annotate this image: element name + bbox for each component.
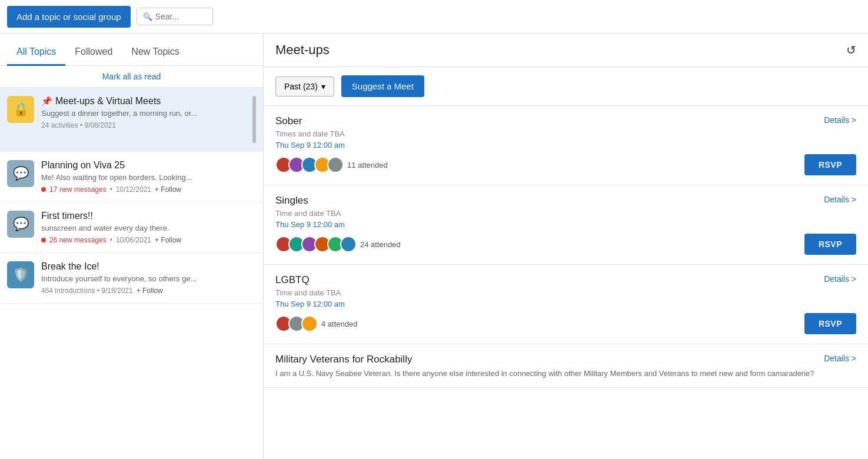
- meetup-name: Singles: [275, 195, 308, 207]
- meetup-name: Military Veterans for Rockabilly: [275, 354, 412, 365]
- right-toolbar: Past (23) ▾ Suggest a Meet: [264, 67, 868, 106]
- right-header: Meet-ups ↺: [264, 34, 868, 67]
- topic-desc-meetups: Suggest a dinner together, a morning run…: [41, 109, 250, 118]
- refresh-icon[interactable]: ↺: [846, 43, 856, 57]
- meetup-row-top: Sober Details >: [275, 115, 856, 127]
- avatar-stack: [275, 315, 318, 332]
- details-link[interactable]: Details >: [824, 195, 856, 204]
- topic-content-meetups: 📌 Meet-ups & Virtual Meets Suggest a din…: [41, 96, 250, 129]
- mark-all-read[interactable]: Mark all as read: [0, 66, 263, 88]
- topic-meta-first-timers: 26 new messages • 10/06/2021 + Follow: [41, 236, 256, 244]
- new-msg-label: 17 new messages: [49, 185, 107, 194]
- meetup-item-military: Military Veterans for Rockabilly Details…: [264, 344, 868, 388]
- topic-content-first-timers: First timers!! sunscreen and water every…: [41, 211, 256, 244]
- avatar: [327, 157, 344, 173]
- topic-title-first-timers: First timers!!: [41, 211, 256, 221]
- topic-meta-planning: 17 new messages • 10/12/2021 + Follow: [41, 185, 256, 194]
- scroll-thumb: [252, 96, 256, 143]
- topic-date: 10/06/2021: [116, 236, 151, 244]
- meetup-row-top: LGBTQ Details >: [275, 274, 856, 286]
- topic-stats: 464 introductions • 9/18/2021: [41, 287, 133, 295]
- rsvp-button[interactable]: RSVP: [804, 154, 856, 175]
- search-icon: 🔍: [143, 12, 152, 21]
- attended-count: 24 attended: [360, 240, 401, 249]
- new-msg-dot: [41, 238, 46, 242]
- meetup-name: Sober: [275, 115, 302, 127]
- avatar-stack: [275, 236, 357, 252]
- topic-meta-meetups: 24 activities • 9/08/2021: [41, 121, 250, 129]
- left-panel: All Topics Followed New Topics Mark all …: [0, 34, 264, 459]
- topic-item[interactable]: 🛡️ Break the Ice! Introduce yourself to …: [0, 253, 263, 304]
- meetup-footer: 24 attended RSVP: [275, 234, 856, 255]
- pin-icon: 📌: [41, 96, 52, 107]
- right-panel: Meet-ups ↺ Past (23) ▾ Suggest a Meet So…: [264, 34, 868, 459]
- topic-item[interactable]: 💬 First timers!! sunscreen and water eve…: [0, 202, 263, 253]
- new-msg-label: 26 new messages: [49, 236, 107, 244]
- meetup-desc: Times and date TBA: [275, 129, 856, 138]
- meetup-date: Thu Sep 9 12:00 am: [275, 220, 856, 229]
- topic-icon-planning: 💬: [7, 160, 34, 187]
- topic-desc-break-ice: Introduce yourself to everyone, so other…: [41, 274, 256, 283]
- topic-item[interactable]: 💬 Planning on Viva 25 Me! Also waiting f…: [0, 152, 263, 202]
- past-button-label: Past (23): [284, 82, 318, 91]
- topic-icon-meetups: 🔒: [7, 96, 34, 123]
- topic-item[interactable]: 🔒 📌 Meet-ups & Virtual Meets Suggest a d…: [0, 88, 263, 152]
- meetup-name: LGBTQ: [275, 274, 310, 286]
- topics-list: 🔒 📌 Meet-ups & Virtual Meets Suggest a d…: [0, 88, 263, 459]
- meetup-desc: Time and date TBA: [275, 209, 856, 218]
- avatar-stack: [275, 157, 344, 173]
- suggest-meet-button[interactable]: Suggest a Meet: [341, 75, 424, 97]
- attended-count: 4 attended: [321, 320, 357, 328]
- follow-button[interactable]: + Follow: [155, 236, 181, 244]
- meetup-desc-military: I am a U.S. Navy Seabee Veteran. Is ther…: [275, 369, 856, 378]
- tab-followed[interactable]: Followed: [65, 39, 122, 66]
- details-link[interactable]: Details >: [824, 354, 856, 363]
- topic-desc-first-timers: sunscreen and water every day there.: [41, 224, 256, 232]
- attendees-group: 4 attended: [275, 315, 357, 332]
- meetup-item-lgbtq: LGBTQ Details > Time and date TBA Thu Se…: [264, 265, 868, 344]
- avatar: [340, 236, 357, 252]
- topic-meta-break-ice: 464 introductions • 9/18/2021 + Follow: [41, 287, 256, 295]
- rsvp-button[interactable]: RSVP: [804, 234, 856, 255]
- rsvp-button[interactable]: RSVP: [804, 313, 856, 334]
- meetup-desc: Time and date TBA: [275, 288, 856, 297]
- topic-icon-break-ice: 🛡️: [7, 261, 34, 288]
- meetup-footer: 4 attended RSVP: [275, 313, 856, 334]
- details-link[interactable]: Details >: [824, 274, 856, 284]
- page-title: Meet-ups: [275, 42, 330, 58]
- avatar: [301, 315, 318, 332]
- top-header: Add a topic or social group 🔍: [0, 0, 868, 34]
- meetup-row-top: Singles Details >: [275, 195, 856, 207]
- search-box: 🔍: [137, 8, 213, 25]
- tab-new-topics[interactable]: New Topics: [122, 39, 189, 66]
- main-container: All Topics Followed New Topics Mark all …: [0, 34, 868, 459]
- topic-content-break-ice: Break the Ice! Introduce yourself to eve…: [41, 261, 256, 295]
- follow-button[interactable]: + Follow: [155, 185, 181, 194]
- attended-count: 11 attended: [347, 161, 388, 169]
- details-link[interactable]: Details >: [824, 115, 856, 125]
- search-input[interactable]: [155, 12, 202, 21]
- topic-date: 10/12/2021: [116, 185, 151, 194]
- tabs-row: All Topics Followed New Topics: [0, 34, 263, 66]
- attendees-group: 11 attended: [275, 157, 388, 173]
- follow-button[interactable]: + Follow: [137, 287, 163, 295]
- meetup-item-sober: Sober Details > Times and date TBA Thu S…: [264, 106, 868, 185]
- meetup-date: Thu Sep 9 12:00 am: [275, 141, 856, 149]
- meetup-date: Thu Sep 9 12:00 am: [275, 300, 856, 308]
- meetups-list: Sober Details > Times and date TBA Thu S…: [264, 106, 868, 459]
- tab-all-topics[interactable]: All Topics: [7, 39, 65, 66]
- topic-title-meetups: 📌 Meet-ups & Virtual Meets: [41, 96, 250, 107]
- add-topic-button[interactable]: Add a topic or social group: [7, 6, 131, 28]
- topic-icon-first-timers: 💬: [7, 211, 34, 238]
- past-button[interactable]: Past (23) ▾: [275, 76, 334, 97]
- new-msg-dot: [41, 187, 46, 192]
- meetup-footer: 11 attended RSVP: [275, 154, 856, 175]
- attendees-group: 24 attended: [275, 236, 401, 252]
- topic-title-break-ice: Break the Ice!: [41, 261, 256, 272]
- topic-title-planning: Planning on Viva 25: [41, 160, 256, 171]
- topic-desc-planning: Me! Also waiting for open borders. Looki…: [41, 173, 256, 182]
- dropdown-icon: ▾: [321, 82, 325, 91]
- topic-content-planning: Planning on Viva 25 Me! Also waiting for…: [41, 160, 256, 194]
- meetup-row-top: Military Veterans for Rockabilly Details…: [275, 354, 856, 365]
- meetup-item-singles: Singles Details > Time and date TBA Thu …: [264, 185, 868, 265]
